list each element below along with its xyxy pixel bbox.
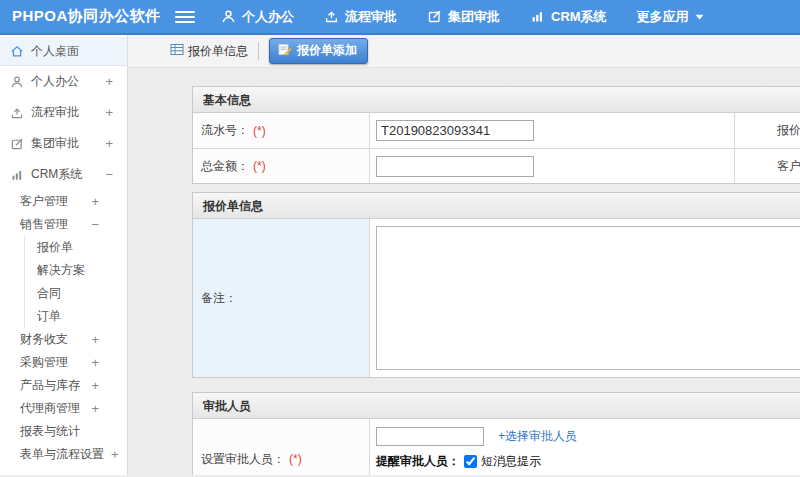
- sidebar-item-purchase-mgmt[interactable]: 采购管理 +: [0, 351, 127, 374]
- section-approver: 审批人员 设置审批人员： (*) +选择审批人员 提醒审: [192, 392, 800, 475]
- choose-approver-link[interactable]: +选择审批人员: [498, 428, 577, 445]
- topnav-item-personal-office[interactable]: 个人办公: [221, 8, 294, 26]
- sms-remind-checkbox[interactable]: [464, 455, 477, 468]
- amount-input[interactable]: [376, 156, 534, 177]
- section-title: 报价单信息: [193, 193, 800, 219]
- bar-chart-icon: [10, 168, 24, 182]
- caret-down-icon: [695, 14, 704, 20]
- sidebar-item-quotation[interactable]: 报价单: [24, 236, 127, 259]
- required-mark: (*): [289, 452, 302, 466]
- form-row-memo: 备注：: [193, 219, 800, 377]
- user-icon: [10, 75, 24, 89]
- serial-input[interactable]: [376, 120, 534, 141]
- sidebar-item-contract[interactable]: 合同: [24, 282, 127, 305]
- topnav-item-crm[interactable]: CRM系统: [530, 8, 607, 26]
- remind-label: 提醒审批人员：: [376, 453, 460, 470]
- section-title: 审批人员: [193, 393, 800, 419]
- edit-square-icon: [10, 137, 24, 151]
- serial-label: 流水号： (*): [193, 113, 369, 148]
- amount-field-cell: [369, 149, 735, 183]
- section-title: 基本信息: [193, 87, 800, 113]
- topbar: PHPOA协同办公软件 个人办公 流程审批 集团审批 CRM系统 更多应用: [0, 0, 800, 35]
- sidebar-item-finance[interactable]: 财务收支 +: [0, 328, 127, 351]
- form-row-approver: 设置审批人员： (*) +选择审批人员 提醒审批人员： 短消息提示: [193, 419, 800, 475]
- tab-quotation-info[interactable]: 报价单信息: [170, 42, 259, 60]
- sidebar-item-personal-office[interactable]: 个人办公 +: [0, 66, 127, 97]
- sidebar-item-order[interactable]: 订单: [24, 305, 127, 328]
- bar-chart-icon: [530, 9, 545, 24]
- sidebar-item-crm[interactable]: CRM系统 −: [0, 159, 127, 190]
- serial-field-cell: [369, 113, 735, 148]
- edit-square-icon: [427, 9, 442, 24]
- main-area: 报价单信息 报价单添加 基本信息 流水号： (*): [128, 35, 800, 475]
- memo-label: 备注：: [193, 219, 369, 377]
- tab-quotation-add[interactable]: 报价单添加: [269, 38, 368, 64]
- topnav-item-workflow-approval[interactable]: 流程审批: [324, 8, 397, 26]
- sms-remind-label: 短消息提示: [481, 453, 541, 470]
- approver-note: 注：流程第一步审批人员，这里选择你的下一级办理人，必需填写！: [376, 474, 800, 475]
- memo-textarea[interactable]: [376, 226, 800, 370]
- sidebar-item-workflow-approval[interactable]: 流程审批 +: [0, 97, 127, 128]
- sidebar: 个人桌面 个人办公 + 流程审批 + 集团审批 + CRM系统 −: [0, 35, 128, 475]
- sidebar-item-solution[interactable]: 解决方案: [24, 259, 127, 282]
- sidebar-item-customer-mgmt[interactable]: 客户管理 +: [0, 190, 127, 213]
- section-basic-info: 基本信息 流水号： (*) 报价时间: 总金额：: [192, 86, 800, 184]
- form-content: 基本信息 流水号： (*) 报价时间: 总金额：: [128, 68, 800, 475]
- required-mark: (*): [253, 124, 266, 138]
- sidebar-item-reports-stats[interactable]: 报表与统计: [0, 420, 127, 443]
- sidebar-item-form-workflow-settings[interactable]: 表单与流程设置 +: [0, 443, 127, 466]
- app-window: PHPOA协同办公软件 个人办公 流程审批 集团审批 CRM系统 更多应用: [0, 0, 800, 475]
- amount-label: 总金额： (*): [193, 149, 369, 183]
- form-add-icon: [278, 43, 292, 59]
- table-icon: [170, 43, 184, 59]
- home-icon: [10, 44, 24, 58]
- top-navigation: 个人办公 流程审批 集团审批 CRM系统 更多应用: [221, 8, 704, 26]
- memo-field-cell: [369, 219, 800, 377]
- app-brand: PHPOA协同办公软件: [0, 7, 165, 26]
- sidebar-item-group-approval[interactable]: 集团审批 +: [0, 128, 127, 159]
- sidebar-item-agent-mgmt[interactable]: 代理商管理 +: [0, 397, 127, 420]
- customer-name-label: 客户名称:: [735, 149, 800, 183]
- topnav-item-more-apps[interactable]: 更多应用: [637, 8, 704, 26]
- form-row-serial: 流水号： (*) 报价时间:: [193, 113, 800, 148]
- send-up-icon: [10, 106, 24, 120]
- form-row-amount: 总金额： (*) 客户名称:: [193, 148, 800, 183]
- sidebar-item-personal-desktop[interactable]: 个人桌面: [0, 37, 127, 66]
- layout: 个人桌面 个人办公 + 流程审批 + 集团审批 + CRM系统 −: [0, 35, 800, 475]
- hamburger-icon[interactable]: [175, 11, 195, 23]
- sidebar-item-product-inventory[interactable]: 产品与库存 +: [0, 374, 127, 397]
- approver-field-cell: +选择审批人员 提醒审批人员： 短消息提示 注：流程第一步审批人员，这里选择你的…: [369, 419, 800, 475]
- required-mark: (*): [253, 159, 266, 173]
- approver-label: 设置审批人员： (*): [193, 419, 369, 475]
- remind-line: 提醒审批人员： 短消息提示: [376, 453, 800, 470]
- approver-input[interactable]: [376, 427, 484, 446]
- user-icon: [221, 9, 236, 24]
- tab-strip: 报价单信息 报价单添加: [128, 35, 800, 68]
- sidebar-item-sales-mgmt[interactable]: 销售管理 −: [0, 213, 127, 236]
- section-quote-info: 报价单信息 备注：: [192, 192, 800, 378]
- quote-time-label: 报价时间:: [735, 113, 800, 148]
- send-up-icon: [324, 9, 339, 24]
- topnav-item-group-approval[interactable]: 集团审批: [427, 8, 500, 26]
- approver-picker-line: +选择审批人员: [376, 427, 800, 446]
